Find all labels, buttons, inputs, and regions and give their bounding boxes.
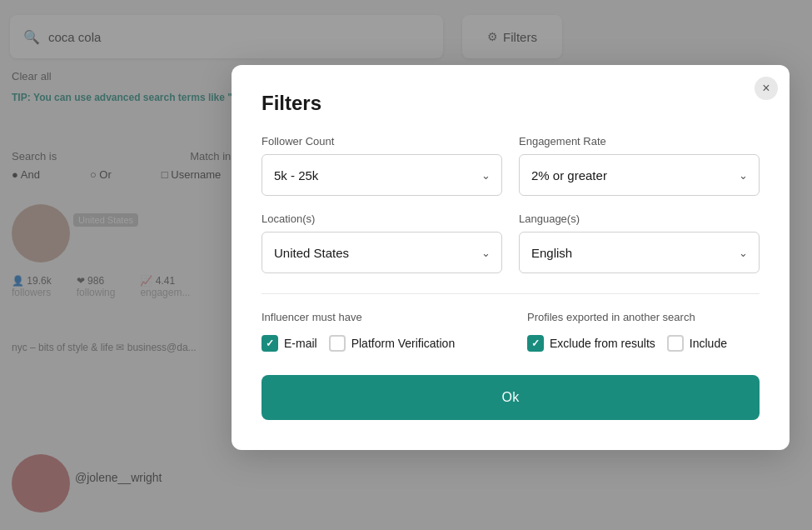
exclude-checkbox-item[interactable]: Exclude from results [527,335,655,352]
platform-verification-checkbox-item[interactable]: Platform Verification [329,335,456,352]
include-checkbox-label: Include [690,337,727,350]
email-checkbox-item[interactable]: E-mail [262,335,317,352]
exported-label: Profiles exported in another search [527,311,760,323]
close-button[interactable]: × [755,77,778,100]
language-select[interactable]: English Spanish French German Portuguese [519,232,760,273]
email-checkbox[interactable] [262,335,278,352]
exported-group: Profiles exported in another search Excl… [527,311,760,352]
must-have-label: Influencer must have [262,311,494,323]
platform-verification-checkbox-label: Platform Verification [351,337,456,350]
language-label: Language(s) [519,212,760,225]
follower-count-select[interactable]: 1k - 5k 5k - 25k 25k - 100k 100k - 500k … [262,154,502,196]
exclude-checkbox-label: Exclude from results [550,337,655,350]
engagement-rate-label: Engagement Rate [519,135,760,148]
engagement-rate-select[interactable]: Any 1% or greater 2% or greater 3% or gr… [519,154,760,196]
follower-count-select-wrapper: 1k - 5k 5k - 25k 25k - 100k 100k - 500k … [262,154,502,196]
modal-title: Filters [262,92,760,115]
include-checkbox-item[interactable]: Include [667,335,727,352]
exported-checkboxes: Exclude from results Include [527,335,760,352]
engagement-rate-select-wrapper: Any 1% or greater 2% or greater 3% or gr… [519,154,760,196]
language-select-wrapper: English Spanish French German Portuguese… [519,232,760,273]
exclude-checkbox[interactable] [527,335,544,352]
must-have-group: Influencer must have E-mail Platform Ver… [262,311,494,352]
filter-row-2: Location(s) United States United Kingdom… [262,212,760,273]
location-label: Location(s) [262,212,502,225]
divider [262,293,760,294]
engagement-rate-group: Engagement Rate Any 1% or greater 2% or … [519,135,760,196]
filter-row-1: Follower Count 1k - 5k 5k - 25k 25k - 10… [262,135,760,196]
email-checkbox-label: E-mail [284,337,317,350]
filters-modal: × Filters Follower Count 1k - 5k 5k - 25… [232,65,790,450]
must-have-checkboxes: E-mail Platform Verification [262,335,494,352]
location-select-wrapper: United States United Kingdom Canada Aust… [262,232,502,273]
bottom-section: Influencer must have E-mail Platform Ver… [262,311,760,352]
location-group: Location(s) United States United Kingdom… [262,212,502,273]
follower-count-label: Follower Count [262,135,502,148]
ok-button[interactable]: Ok [262,375,760,420]
follower-count-group: Follower Count 1k - 5k 5k - 25k 25k - 10… [262,135,502,196]
include-checkbox[interactable] [667,335,684,352]
language-group: Language(s) English Spanish French Germa… [519,212,760,273]
platform-verification-checkbox[interactable] [329,335,346,352]
location-select[interactable]: United States United Kingdom Canada Aust… [262,232,502,273]
